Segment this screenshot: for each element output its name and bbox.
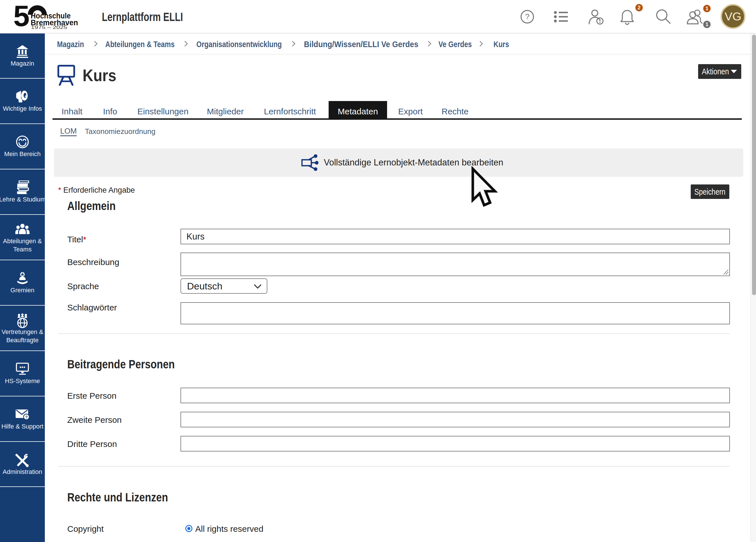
svg-text:5: 5 [13, 2, 30, 32]
svg-text:?: ? [25, 415, 28, 419]
svg-text:1975 – 2025: 1975 – 2025 [31, 25, 67, 30]
svg-text:?: ? [525, 12, 530, 21]
